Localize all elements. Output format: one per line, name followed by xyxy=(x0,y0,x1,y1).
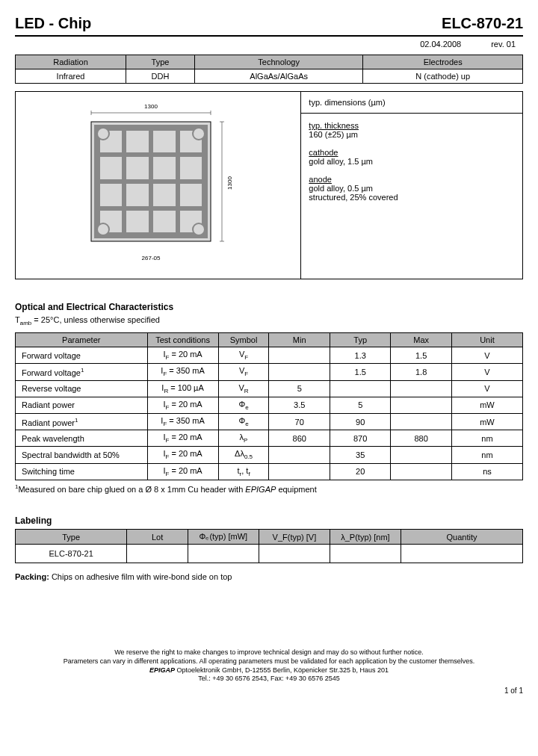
table-row: Switching timeIF = 20 mAtr, tf20ns xyxy=(16,463,523,480)
dimensions-body: typ. thickness 160 (±25) µm cathode gold… xyxy=(301,114,522,209)
anode-value2: structured, 25% covered xyxy=(309,193,515,202)
dimension-text-cell: typ. dimensions (µm) typ. thickness 160 … xyxy=(301,92,522,279)
anode-label: anode xyxy=(309,175,515,184)
chip-diagram-cell: 1300 1300 xyxy=(16,92,301,279)
doc-date: 02.04.2008 xyxy=(420,40,461,49)
footer-line4: Tel.: +49 30 6576 2543, Fax: +49 30 6576… xyxy=(15,675,523,684)
thickness-label: typ. thickness xyxy=(309,121,515,130)
page-footer: We reserve the right to make changes to … xyxy=(15,648,523,684)
table-row: Forward voltage1IF = 350 mAVF1.51.8V xyxy=(16,364,523,380)
table-row: Radiant power1IF = 350 mAΦe7090mW xyxy=(16,413,523,430)
th-radiation: Radiation xyxy=(16,55,126,69)
cathode-value: gold alloy, 1.5 µm xyxy=(309,157,515,166)
labeling-phi xyxy=(188,545,259,563)
th-type: Type xyxy=(126,55,195,69)
page-header: LED - Chip ELC-870-21 xyxy=(15,15,523,37)
th-ltype: Type xyxy=(16,530,127,545)
labeling-vf xyxy=(259,545,330,563)
optical-title: Optical and Electrical Characteristics xyxy=(15,302,523,312)
svg-point-13 xyxy=(97,223,109,235)
svg-point-12 xyxy=(193,128,205,140)
chip-diagram: 1300 1300 xyxy=(61,99,256,271)
part-number: ELC-870-21 xyxy=(442,15,523,32)
classification-table: Radiation Type Technology Electrodes Inf… xyxy=(15,55,523,84)
footer-line2: Parameters can vary in different applica… xyxy=(15,657,523,666)
td-radiation: Infrared xyxy=(16,69,126,84)
conditions-note: Tamb = 25°C, unless otherwise specified xyxy=(15,315,523,326)
th-min: Min xyxy=(269,333,330,347)
th-phi: Φₑ(typ) [mW] xyxy=(188,530,259,545)
table-row: Forward voltageIF = 20 mAVF1.31.5V xyxy=(16,347,523,364)
cathode-label: cathode xyxy=(309,148,515,157)
parameters-table: Parameter Test conditions Symbol Min Typ… xyxy=(15,332,523,480)
doc-title: LED - Chip xyxy=(15,15,91,32)
svg-point-14 xyxy=(193,223,205,235)
footer-line3: EPIGAP Optoelektronik GmbH, D-12555 Berl… xyxy=(15,666,523,675)
labeling-qty xyxy=(401,545,522,563)
td-type: DDH xyxy=(126,69,195,84)
td-technology: AlGaAs/AlGaAs xyxy=(194,69,363,84)
th-technology: Technology xyxy=(194,55,363,69)
table-row: Peak wavelengthIF = 20 mAλP860870880nm xyxy=(16,430,523,447)
dimensions-title: typ. dimensions (µm) xyxy=(301,92,522,114)
th-parameter: Parameter xyxy=(16,333,148,347)
table-row: Reverse voltageIR = 100 µAVR5V xyxy=(16,380,523,397)
svg-point-11 xyxy=(97,128,109,140)
measurement-footnote: 1Measured on bare chip glued on a Ø 8 x … xyxy=(15,483,523,494)
th-unit: Unit xyxy=(451,333,522,347)
right-dim-label: 1300 xyxy=(226,176,233,190)
table-row: Radiant powerIF = 20 mAΦe3.55mW xyxy=(16,397,523,413)
sub-header: 02.04.2008 rev. 01 xyxy=(15,37,523,52)
th-electrodes: Electrodes xyxy=(363,55,523,69)
thickness-value: 160 (±25) µm xyxy=(309,130,515,139)
th-lot: Lot xyxy=(127,530,188,545)
doc-rev: rev. 01 xyxy=(491,40,516,49)
labeling-table: Type Lot Φₑ(typ) [mW] V_F(typ) [V] λ_P(t… xyxy=(15,529,523,563)
footer-line1: We reserve the right to make changes to … xyxy=(15,648,523,657)
th-typ: Typ xyxy=(330,333,390,347)
labeling-title: Labeling xyxy=(15,515,523,526)
datasheet-page: LED - Chip ELC-870-21 02.04.2008 rev. 01… xyxy=(0,15,538,695)
packing-line: Packing: Chips on adhesive film with wir… xyxy=(15,572,523,581)
labeling-type: ELC-870-21 xyxy=(16,545,127,563)
page-number: 1 of 1 xyxy=(15,687,523,695)
th-testcond: Test conditions xyxy=(147,333,218,347)
diagram-id: 267-05 xyxy=(141,255,160,261)
th-symbol: Symbol xyxy=(218,333,269,347)
th-vf: V_F(typ) [V] xyxy=(259,530,330,545)
top-dim-label: 1300 xyxy=(144,103,158,110)
labeling-lot xyxy=(127,545,188,563)
th-qty: Quantity xyxy=(401,530,522,545)
labeling-lambda xyxy=(330,545,401,563)
dimension-block: 1300 1300 xyxy=(15,91,523,279)
anode-value1: gold alloy, 0.5 µm xyxy=(309,184,515,193)
table-row: Spectral bandwidth at 50%IF = 20 mAΔλ0.5… xyxy=(16,447,523,463)
th-max: Max xyxy=(391,333,451,347)
th-lambda: λ_P(typ) [nm] xyxy=(330,530,401,545)
td-electrodes: N (cathode) up xyxy=(363,69,523,84)
